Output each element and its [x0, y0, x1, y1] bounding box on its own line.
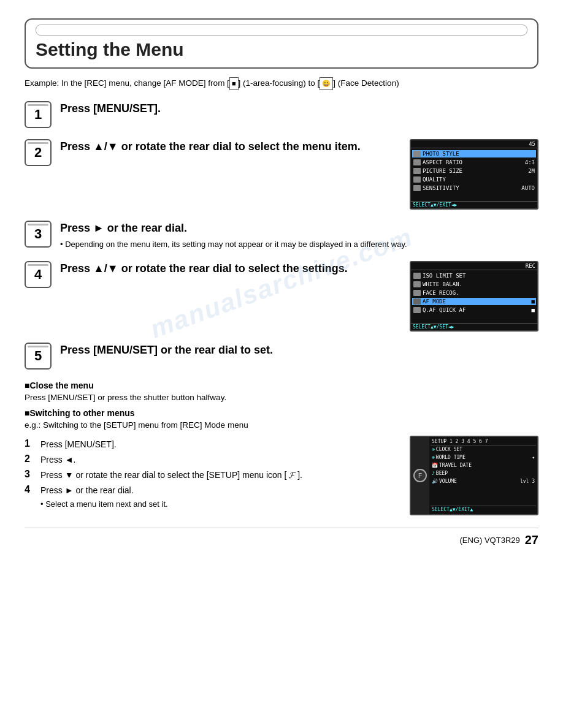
screen-3-image: F SETUP 1 2 3 4 5 6 7 ⊙ CLOCK SET ⊕ WORL… — [410, 436, 538, 515]
close-menu-header: Close the menu — [25, 381, 538, 390]
step-3-badge: 3 — [25, 221, 52, 248]
screen-2-header: REC — [411, 262, 537, 270]
screen2-row-4: AF MODE ■ — [412, 298, 536, 305]
li-content-2: Press ◄. — [40, 453, 404, 466]
step-5-title: Press [MENU/SET] or the rear dial to set… — [60, 343, 538, 358]
li-content-1: Press [MENU/SET]. — [40, 438, 404, 451]
screen1-row-2: ASPECT RATIO 4:3 — [412, 159, 536, 166]
switching-list-col: 1 Press [MENU/SET]. 2 Press ◄. 3 Press ▼… — [25, 436, 404, 513]
num-1: 1 — [25, 438, 38, 449]
icon-area-focusing: ■ — [229, 77, 239, 90]
footer-label: (ENG) VQT3R29 — [460, 536, 520, 545]
screen3-row-4: ♪ BEEP — [431, 470, 536, 477]
example-text-1: Example: In the [REC] menu, change [AF M… — [25, 78, 399, 88]
li-content-3: Press ▼ or rotate the rear dial to selec… — [40, 469, 404, 482]
step-4-title: Press ▲/▼ or rotate the rear dial to sel… — [60, 261, 404, 276]
num-list-item-2: 2 Press ◄. — [25, 453, 404, 466]
screen-2-image: REC ISO LIMIT SET WHITE BALAN. FACE R — [410, 261, 538, 332]
screen-1-image: 45 PHOTO STYLE ASPECT RATIO 4:3 — [410, 139, 538, 210]
title-inner-line — [36, 25, 527, 36]
step-3-note: Depending on the menu item, its setting … — [60, 238, 538, 251]
screen2-row-1: ISO LIMIT SET — [412, 272, 536, 279]
screen-1-footer: SELECT▲▼/EXIT◄▶ — [411, 201, 537, 208]
switching-header: Switching to other menus — [25, 408, 538, 418]
step-4-row: 4 Press ▲/▼ or rotate the rear dial to s… — [25, 261, 538, 332]
screen3-row-3: 📅 TRAVEL DATE — [431, 462, 536, 469]
title-box: Setting the Menu — [25, 18, 538, 69]
num-4: 4 — [25, 484, 38, 495]
page-number: 27 — [525, 533, 538, 547]
example-line: Example: In the [REC] menu, change [AF M… — [25, 77, 538, 90]
screen1-row-1: PHOTO STYLE — [412, 150, 536, 157]
num-3: 3 — [25, 469, 38, 480]
step-2-badge: 2 — [25, 139, 52, 166]
li-content-4: Press ► or the rear dial. Select a menu … — [40, 484, 404, 510]
screen3-header: SETUP 1 2 3 4 5 6 7 — [431, 438, 536, 446]
step-1-title: Press [MENU/SET]. — [60, 101, 538, 116]
screen2-row-5: Q.AF QUICK AF ■ — [412, 306, 536, 314]
step-5-row: 5 Press [MENU/SET] or the rear dial to s… — [25, 343, 538, 370]
page-title: Setting the Menu — [36, 39, 527, 60]
step-3-title: Press ► or the rear dial. — [60, 221, 538, 236]
num-list-item-4: 4 Press ► or the rear dial. Select a men… — [25, 484, 404, 510]
step-5-badge: 5 — [25, 343, 52, 370]
screen1-row-5: SENSITIVITY AUTO — [412, 184, 536, 192]
step-1-content: Press [MENU/SET]. — [60, 101, 538, 116]
icon-face-detect: 😀 — [320, 77, 333, 90]
step-2-with-image: Press ▲/▼ or rotate the rear dial to sel… — [60, 139, 538, 210]
screen1-row-3: PICTURE SIZE 2M — [412, 167, 536, 175]
bottom-row: (ENG) VQT3R29 27 — [25, 528, 538, 547]
screen1-row-4: QUALITY — [412, 176, 536, 183]
step-2-title: Press ▲/▼ or rotate the rear dial to sel… — [60, 139, 404, 154]
switching-num-list: 1 Press [MENU/SET]. 2 Press ◄. 3 Press ▼… — [25, 438, 404, 510]
screen3-row-2: ⊕ WORLD TIME ✦ — [431, 454, 536, 461]
page-wrapper: manualsarchive.com Setting the Menu Exam… — [25, 18, 538, 547]
step-5-content: Press [MENU/SET] or the rear dial to set… — [60, 343, 538, 358]
step-1-row: 1 Press [MENU/SET]. — [25, 101, 538, 128]
screen2-row-3: FACE RECOG. — [412, 289, 536, 297]
screen2-row-2: WHITE BALAN. — [412, 281, 536, 288]
close-menu-body: Press [MENU/SET] or press the shutter bu… — [25, 393, 538, 402]
screen-2-footer: SELECT▲▼/SET◄▶ — [411, 323, 537, 330]
step-4-badge: 4 — [25, 261, 52, 288]
switching-row: 1 Press [MENU/SET]. 2 Press ◄. 3 Press ▼… — [25, 436, 538, 515]
num-list-item-3: 3 Press ▼ or rotate the rear dial to sel… — [25, 469, 404, 482]
step-2-row: 2 Press ▲/▼ or rotate the rear dial to s… — [25, 139, 538, 210]
screen3-footer: SELECT▲▼/EXIT▲ — [431, 506, 536, 513]
step-4-with-image: Press ▲/▼ or rotate the rear dial to sel… — [60, 261, 538, 332]
step-1-badge: 1 — [25, 101, 52, 128]
screen3-row-5: 🔊 VOLUME lvl 3 — [431, 478, 536, 485]
step-3-row: 3 Press ► or the rear dial. Depending on… — [25, 221, 538, 251]
screen3-row-1: ⊙ CLOCK SET — [431, 446, 536, 453]
li-note-4: Select a menu item next and set it. — [40, 498, 404, 510]
num-2: 2 — [25, 453, 38, 464]
screen-1-header: 45 — [411, 140, 537, 148]
step-4-content: Press ▲/▼ or rotate the rear dial to sel… — [60, 261, 538, 332]
switching-intro: e.g.: Switching to the [SETUP] menu from… — [25, 420, 538, 430]
step-3-content: Press ► or the rear dial. Depending on t… — [60, 221, 538, 251]
step-2-content: Press ▲/▼ or rotate the rear dial to sel… — [60, 139, 538, 210]
num-list-item-1: 1 Press [MENU/SET]. — [25, 438, 404, 451]
